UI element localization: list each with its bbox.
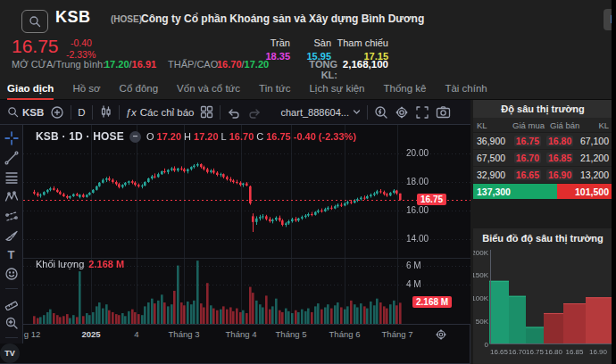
h-value: 17.20 <box>194 131 219 142</box>
ask-price-value: 16.80 <box>546 136 573 146</box>
total-volume-value: 2,168,100 <box>335 59 388 70</box>
volume-axis-label: 6 M <box>406 261 421 270</box>
ask-price: 16.85 <box>541 153 580 163</box>
l-value: 16.70 <box>229 131 254 142</box>
depth-row[interactable]: 36,90016.7516.8067,100 <box>473 133 612 150</box>
chart-panel: KSB D ƒx Các chỉ báo chart_888604... <box>0 100 470 364</box>
market-depth-columns: KLGiá muaGiá bánKL <box>473 118 612 133</box>
low-high-label: THẤP/CAO: <box>168 59 221 70</box>
tab-hồ-sơ[interactable]: Hồ sơ <box>72 79 100 100</box>
ask-volume: 13,200 <box>580 170 612 180</box>
total-bid-volume: 137,300 <box>473 184 557 199</box>
last-price-tag: 16.75 <box>417 194 446 205</box>
chart-layout-name: chart_888604... <box>280 107 348 118</box>
depth-chart-title: Biểu đồ độ sâu thị trường <box>473 228 612 248</box>
header-exchange: (HOSE) <box>111 14 142 24</box>
tradingview-watermark: TV <box>0 343 20 363</box>
o-value: 17.20 <box>157 131 182 142</box>
ceiling-label: Trần <box>253 37 290 48</box>
time-axis-label: 2025 <box>81 329 100 339</box>
undo-icon[interactable] <box>227 106 241 119</box>
depth-col-header: Giá bán <box>545 120 586 130</box>
price-chart-canvas[interactable] <box>23 125 470 324</box>
tab-cổ-đông[interactable]: Cổ đông <box>120 79 158 100</box>
low-value: 16.70 <box>217 59 242 70</box>
price-axis-label: 16.00 <box>406 205 429 215</box>
page-tabs: Giao dịchHồ sơCổ đôngVốn và cổ tứcTin tứ… <box>0 79 616 100</box>
drawing-tools-sidebar: T <box>0 125 23 343</box>
candles-style-icon[interactable] <box>99 105 112 119</box>
header-company-name: Công ty Cổ phần Khoáng sản và Xây dựng B… <box>141 12 424 25</box>
crosshair-icon[interactable] <box>4 131 19 145</box>
symbol-search-box[interactable] <box>21 10 48 33</box>
bid-price: 16.70 <box>507 153 541 163</box>
text-tool-icon[interactable]: T <box>8 249 15 261</box>
search-icon <box>7 106 19 118</box>
trend-line-icon[interactable] <box>4 151 19 165</box>
tab-tài-chính[interactable]: Tài chính <box>445 79 487 100</box>
scrollbar-track[interactable] <box>612 0 616 364</box>
interval-button[interactable]: D <box>78 107 85 118</box>
brush-icon[interactable] <box>4 229 19 244</box>
time-axis[interactable]: g 1220254Tháng 3Tháng 4Tháng 5Tháng 6Thá… <box>23 324 470 343</box>
compare-add-icon[interactable] <box>50 105 64 120</box>
fib-retracement-icon[interactable] <box>4 170 19 185</box>
volume-label: Khối lượng <box>36 259 84 269</box>
floor-col: Sàn 15.95 <box>296 37 331 62</box>
chart-layout-menu[interactable]: chart_888604... <box>280 107 360 118</box>
settings-gear-icon[interactable] <box>395 105 409 120</box>
l-label: L <box>221 131 227 142</box>
xabcd-pattern-icon[interactable] <box>4 190 19 204</box>
forecast-tool-icon[interactable] <box>4 210 19 224</box>
camera-icon[interactable] <box>436 105 451 119</box>
depth-row[interactable]: 32,90016.6516.9013,200 <box>473 167 612 184</box>
depth-chart-canvas[interactable] <box>473 248 612 362</box>
volume-axis-label: 4 M <box>406 279 421 289</box>
tab-giao-dịch[interactable]: Giao dịch <box>7 79 54 100</box>
time-axis-label: Tháng 7 <box>382 329 413 339</box>
c-label: C <box>256 131 263 142</box>
price-change: -0.40 <box>71 37 92 48</box>
total-ask-volume: 101,500 <box>557 184 612 199</box>
bid-price: 16.65 <box>507 170 541 180</box>
open-avg-values: 17.20/16.91 <box>104 59 156 70</box>
quick-search-icon[interactable] <box>374 105 388 120</box>
bid-price-value: 16.65 <box>514 170 541 180</box>
tab-tin-tức[interactable]: Tin tức <box>259 79 290 100</box>
volume-value: 2.168 M <box>88 259 124 269</box>
depth-row[interactable]: 67,50016.7016.8521,200 <box>473 150 612 167</box>
measure-ruler-icon[interactable] <box>4 296 19 310</box>
emoji-tool-icon[interactable] <box>4 267 19 281</box>
axis-settings-gear-icon[interactable] <box>435 328 447 341</box>
bid-volume: 32,900 <box>473 170 507 180</box>
ohlc-values: O17.20 H17.20 L16.70 C16.75 -0.40 (-2.33… <box>146 131 356 142</box>
ask-price-value: 16.90 <box>546 170 573 180</box>
tab-lịch-sự-kiện[interactable]: Lịch sự kiện <box>309 79 364 100</box>
chart-toolbar: KSB D ƒx Các chỉ báo chart_888604... <box>0 100 470 125</box>
total-volume-label: TỔNG KL: <box>296 59 337 80</box>
time-axis-label: 4 <box>134 329 138 339</box>
reference-col: Tham chiếu 17.15 <box>335 37 388 62</box>
market-depth-panel: Độ sâu thị trường KLGiá muaGiá bánKL 36,… <box>473 100 612 195</box>
indicators-button[interactable]: ƒx Các chỉ báo <box>126 107 195 118</box>
time-axis-label: Tháng 5 <box>276 329 307 339</box>
time-axis-label: Tháng 6 <box>329 329 361 339</box>
depth-col-header: KL <box>586 120 612 130</box>
chart-legend: KSB · 1D · HOSE – O17.20 H17.20 L16.70 C… <box>36 130 356 143</box>
tab-vốn-và-cổ-tức[interactable]: Vốn và cổ tức <box>177 79 240 100</box>
h-label: H <box>184 131 191 142</box>
time-axis-label: Tháng 4 <box>226 329 257 339</box>
time-axis-label: g 12 <box>24 329 41 339</box>
fullscreen-icon[interactable] <box>415 105 429 120</box>
quote-summary: 16.75 -0.40 -2.33% Trần 18.35 Sàn 15.95 … <box>0 34 616 79</box>
chart-symbol-button[interactable]: KSB <box>7 106 44 118</box>
indicators-label: Các chỉ báo <box>140 107 195 118</box>
ask-price: 16.80 <box>541 136 580 146</box>
redo-icon[interactable] <box>247 106 262 119</box>
tab-thống-kê[interactable]: Thống kê <box>384 79 427 100</box>
layout-grid-icon[interactable] <box>200 105 213 119</box>
collapse-legend-icon[interactable]: – <box>129 131 141 143</box>
zoom-in-icon[interactable] <box>4 316 19 330</box>
chart-symbol: KSB <box>22 107 44 118</box>
low-high-values: 16.70/17.20 <box>217 59 269 70</box>
